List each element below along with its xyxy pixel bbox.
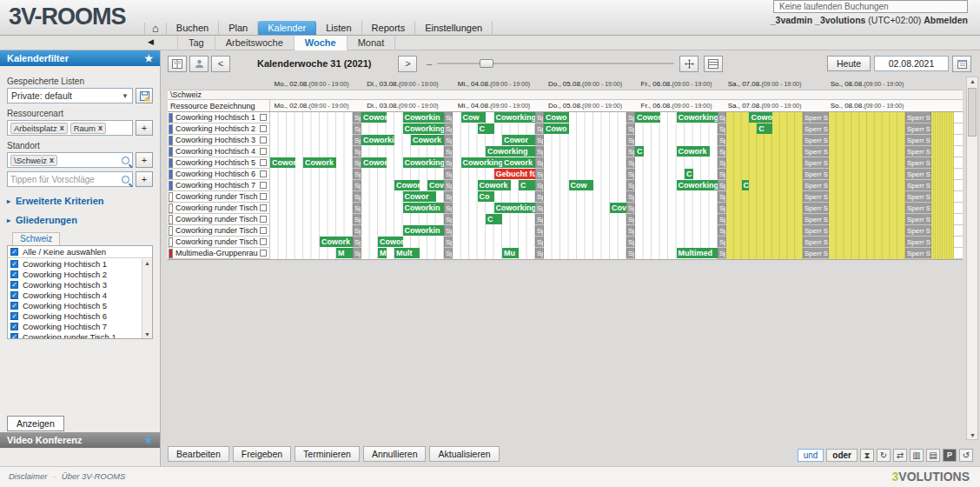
suggestion-field[interactable]: Tippen für Vorschläge [7,171,133,187]
day-slots-1[interactable] [361,146,444,157]
day-slots-2[interactable]: Cowor [453,135,535,146]
day-slots-1[interactable]: Cowor [361,191,444,203]
day-slots-0[interactable] [270,135,353,146]
day-slots-2[interactable]: Mu [453,248,535,259]
checkbox-checked-icon[interactable]: ✓ [10,281,18,289]
checkbox-checked-icon[interactable]: ✓ [10,291,18,299]
reload-icon[interactable]: ↺ [959,449,973,462]
day-slots-0[interactable]: CoworkCowork [270,157,353,169]
booking-block[interactable]: Cowork [270,157,295,168]
parking-icon[interactable]: P [943,449,957,462]
checklist-item-coworking-hochtisch-4[interactable]: ✓Coworking Hochtisch 4 [8,290,152,300]
nav-tab-plan[interactable]: Plan [219,21,258,35]
booking-block[interactable]: C [635,146,644,157]
booking-block[interactable]: Cowor [361,157,387,168]
checkbox-checked-icon[interactable]: ✓ [10,333,18,340]
collapse-sidebar-icon[interactable]: ◀ [148,37,154,46]
checkbox-checked-icon[interactable]: ✓ [10,312,18,320]
day-slots-6[interactable] [829,248,905,259]
day-slots-2[interactable] [453,225,535,237]
resource-type-tag-arbeitsplatz[interactable]: Arbeitsplatzx [10,123,68,134]
resource-checkbox[interactable] [260,114,267,121]
booking-block[interactable]: Coworking [486,146,535,157]
booking-block[interactable]: Coworking [403,123,445,134]
day-slots-0[interactable]: Cowork [270,237,353,248]
resource-checkbox[interactable] [260,216,267,223]
checklist-item-coworking-hochtisch-2[interactable]: ✓Coworking Hochtisch 2 [8,269,152,279]
booking-block[interactable]: Cowo [749,112,771,123]
panel-icon[interactable]: ▥ [910,449,924,462]
day-slots-4[interactable]: CoworCoworking [635,112,718,123]
day-slots-5[interactable] [726,225,803,237]
logout-link[interactable]: Abmelden [924,15,968,25]
resource-checkbox[interactable] [260,159,267,166]
resource-checkbox[interactable] [260,227,267,234]
day-slots-6[interactable] [829,237,905,248]
day-slots-0[interactable] [270,214,353,225]
day-slots-1[interactable]: CoworkCoworkin [361,112,444,123]
day-slots-4[interactable] [635,157,718,169]
day-slots-5[interactable] [726,169,803,180]
day-slots-0[interactable] [270,169,353,180]
day-slots-6[interactable] [829,214,905,225]
day-slots-6[interactable] [829,157,905,169]
day-slots-5[interactable]: C [726,123,803,135]
nav-tab-buchen[interactable]: Buchen [167,21,219,35]
anzeigen-button[interactable]: Anzeigen [7,416,64,431]
checklist-item-coworking-hochtisch-1[interactable]: ✓Coworking Hochtisch 1 [8,258,152,269]
location-field[interactable]: \Schweiz x [7,152,133,168]
day-slots-3[interactable] [544,225,626,237]
slider-thumb[interactable] [480,59,493,68]
location-tag[interactable]: \Schweiz x [10,155,57,166]
booking-block[interactable]: Cowork [677,146,710,157]
section-gliederungen[interactable]: ▸ Gliederungen [7,215,153,225]
day-slots-4[interactable]: Coworking [635,180,718,191]
booking-block[interactable]: M [378,248,387,258]
day-slots-0[interactable] [270,180,353,191]
scroll-down-icon[interactable]: ▼ [144,331,150,337]
bearbeiten-button[interactable]: Bearbeiten [168,446,229,462]
booking-block[interactable]: Cowork [478,180,511,190]
nav-tab-kalender[interactable]: Kalender [258,21,316,35]
screen-icon[interactable]: ▤ [926,449,940,462]
day-slots-6[interactable] [829,146,905,157]
prev-week-button[interactable]: < [211,56,230,72]
view-tab-monat[interactable]: Monat [348,36,396,50]
day-slots-3[interactable] [544,169,626,180]
zoom-slider[interactable]: – [437,59,674,68]
day-slots-4[interactable] [635,123,718,135]
day-slots-3[interactable] [544,214,626,225]
booking-block[interactable]: M [336,248,353,258]
date-picker-button[interactable] [952,56,971,72]
remove-tag-icon[interactable]: x [60,123,64,132]
booking-block[interactable]: C [478,123,494,134]
day-slots-5[interactable] [726,237,803,248]
booking-block[interactable]: Coworkin [403,112,445,123]
checkbox-checked-icon[interactable]: ✓ [10,270,18,278]
booking-block[interactable]: Coworking [494,112,536,123]
day-slots-1[interactable] [361,214,444,225]
next-week-button[interactable]: > [398,56,417,72]
booking-block[interactable]: C [519,180,535,190]
freigeben-button[interactable]: Freigeben [233,446,291,462]
day-slots-0[interactable] [270,203,353,214]
day-slots-4[interactable] [635,237,718,248]
day-slots-2[interactable]: CoworkingCowork [453,157,535,169]
day-slots-1[interactable]: CoworkCov [361,180,444,191]
booking-block[interactable]: Coworking [494,203,536,213]
day-slots-1[interactable]: CoworkingCowork [361,135,444,146]
booking-block[interactable]: Cowork [303,157,336,168]
booking-block[interactable]: Mult [394,248,420,258]
resource-checkbox[interactable] [260,238,267,245]
remove-tag-icon[interactable]: x [98,123,103,132]
booking-block[interactable]: Mu [502,248,519,258]
day-slots-4[interactable]: CCowork [635,146,718,157]
tab-schweiz[interactable]: Schweiz [12,232,60,245]
checklist-item-coworking-hochtisch-5[interactable]: ✓Coworking Hochtisch 5 [8,300,152,310]
day-slots-1[interactable]: CoworCoworking [361,157,444,169]
resource-checkbox[interactable] [260,125,267,132]
day-slots-5[interactable] [726,191,803,203]
day-slots-1[interactable]: Cowor [361,237,444,248]
filter-panel-header[interactable]: Kalenderfilter ★ [0,50,160,66]
day-slots-6[interactable] [829,169,905,180]
